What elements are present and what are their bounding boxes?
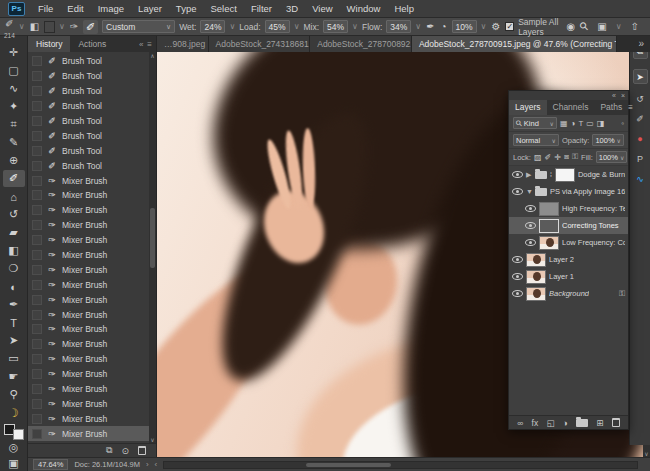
filter-toggle-icon[interactable]: ◦ xyxy=(621,119,624,128)
history-source-well[interactable] xyxy=(32,56,42,66)
panel-tab[interactable]: Channels xyxy=(547,100,595,115)
lock-pixels-icon[interactable]: ✐ xyxy=(545,153,552,162)
search-icon[interactable]: ⚲ xyxy=(577,19,592,34)
filter-shape-icon[interactable]: ▭ xyxy=(586,119,594,128)
pressure-size-icon[interactable]: ◉ xyxy=(566,19,577,35)
airbrush-icon[interactable]: ✒ xyxy=(425,19,435,35)
tool-button[interactable]: ✐ xyxy=(3,170,25,187)
tool-button[interactable]: ✎ xyxy=(3,134,25,151)
tool-button[interactable]: ✒ xyxy=(3,296,25,313)
brush-load-swatch[interactable] xyxy=(44,21,55,33)
menu-item[interactable]: Help xyxy=(387,0,421,18)
menu-item[interactable]: Select xyxy=(203,0,243,18)
share-icon[interactable]: ⇧ xyxy=(630,19,640,35)
panel-tab[interactable]: Paths xyxy=(594,100,628,115)
layer-row[interactable]: ▶ ▼ ⁞ Dodge & Burn ⚿ xyxy=(509,166,628,183)
document-tab[interactable]: …908.jpeg × xyxy=(157,36,209,52)
menu-item[interactable]: Filter xyxy=(244,0,279,18)
scroll-down-icon[interactable]: ∨ xyxy=(643,450,650,457)
history-state-row[interactable]: ✐ Brush Tool xyxy=(28,54,156,69)
delete-state-icon[interactable] xyxy=(138,446,146,455)
tab-actions[interactable]: Actions xyxy=(70,36,114,52)
filter-pixel-icon[interactable]: ▦ xyxy=(560,119,568,128)
visibility-eye-icon[interactable] xyxy=(512,256,523,263)
tool-button[interactable]: ☽ xyxy=(3,404,25,421)
layer-thumbnail[interactable] xyxy=(526,253,546,267)
chevron-down-icon[interactable]: ▼ xyxy=(526,188,532,195)
layer-thumbnail[interactable] xyxy=(526,270,546,284)
filter-kind-select[interactable]: ⚲ Kind ∨ xyxy=(513,117,557,129)
screen-mode-button[interactable]: ▣ xyxy=(3,456,25,471)
visibility-eye-icon[interactable] xyxy=(525,205,536,212)
history-state-row[interactable]: ✑ Mixer Brush xyxy=(28,322,156,337)
caret-down-icon[interactable]: ∨ xyxy=(19,22,25,31)
curves-panel-icon[interactable]: ∿ xyxy=(636,174,644,184)
caret-down-icon[interactable]: ∨ xyxy=(616,22,622,31)
history-source-well[interactable] xyxy=(32,280,42,290)
menu-item[interactable]: Image xyxy=(91,0,131,18)
menu-item[interactable]: 3D xyxy=(279,0,305,18)
panel-menu-icon[interactable]: ≡ xyxy=(628,100,637,115)
history-state-row[interactable]: ✑ Mixer Brush xyxy=(28,307,156,322)
new-snapshot-icon[interactable]: ⊙ xyxy=(121,446,129,456)
history-source-well[interactable] xyxy=(32,250,42,260)
history-state-row[interactable]: ✑ Mixer Brush xyxy=(28,188,156,203)
filter-adjustment-icon[interactable]: ◑ xyxy=(571,119,576,128)
brush-panel-icon[interactable]: ✐ xyxy=(636,114,644,124)
history-state-row[interactable]: ✑ Mixer Brush xyxy=(28,292,156,307)
caret-down-icon[interactable]: ∨ xyxy=(229,22,235,31)
history-source-well[interactable] xyxy=(32,339,42,349)
status-arrow-icon[interactable]: › xyxy=(146,460,149,469)
tab-overflow-icon[interactable]: » xyxy=(632,36,650,52)
tool-button[interactable]: ⌂ xyxy=(3,188,25,205)
layer-name[interactable]: PS via Apply Image 16-bit xyxy=(550,187,625,196)
history-state-row[interactable]: ✑ Mixer Brush xyxy=(28,382,156,397)
menu-item[interactable]: File xyxy=(31,0,60,18)
history-state-row[interactable]: ✐ Brush Tool xyxy=(28,69,156,84)
history-state-row[interactable]: ✑ Mixer Brush xyxy=(28,173,156,188)
tool-button[interactable]: ◐ xyxy=(3,278,25,295)
new-group-icon[interactable] xyxy=(576,419,588,427)
visibility-eye-icon[interactable] xyxy=(525,222,536,229)
document-tab[interactable]: AdobeStock_274318681.jpeg × xyxy=(209,36,311,52)
layer-name[interactable]: Correcting Tones xyxy=(562,221,619,230)
new-document-from-state-icon[interactable]: ⧉ xyxy=(106,445,112,456)
scrollbar-thumb[interactable] xyxy=(150,208,155,268)
visibility-eye-icon[interactable] xyxy=(512,290,523,297)
tool-button[interactable]: ◧ xyxy=(3,242,25,259)
mix-field[interactable]: 54% xyxy=(323,20,348,33)
zoom-level-field[interactable]: 47.64% xyxy=(33,459,68,470)
history-state-row[interactable]: ✐ Brush Tool xyxy=(28,99,156,114)
wet-field[interactable]: 24% xyxy=(200,20,225,33)
history-source-well[interactable] xyxy=(32,116,42,126)
history-source-well[interactable] xyxy=(32,146,42,156)
adjustment-layer-icon[interactable]: ◑ xyxy=(563,418,568,428)
visibility-eye-icon[interactable] xyxy=(525,239,536,246)
history-source-well[interactable] xyxy=(32,429,42,439)
scroll-up-icon[interactable]: ∧ xyxy=(149,52,156,59)
tool-button[interactable]: ⌗ xyxy=(3,116,25,133)
layer-name[interactable]: Background xyxy=(549,289,589,298)
history-source-well[interactable] xyxy=(32,176,42,186)
history-state-row[interactable]: ✑ Mixer Brush xyxy=(28,248,156,263)
history-state-row[interactable]: ✑ Mixer Brush xyxy=(28,411,156,426)
caret-down-icon[interactable]: ∨ xyxy=(294,22,300,31)
history-source-well[interactable] xyxy=(32,101,42,111)
history-source-well[interactable] xyxy=(32,310,42,320)
layer-thumbnail[interactable] xyxy=(526,287,546,301)
layer-row[interactable]: ▶ ▼ ⁞ Background ⚿ xyxy=(509,285,628,302)
history-state-row[interactable]: ✐ Brush Tool xyxy=(28,158,156,173)
layer-row[interactable]: ▶ ▼ ⁞ Layer 2 ⚿ xyxy=(509,251,628,268)
tool-button[interactable]: ▢ xyxy=(3,62,25,79)
menu-item[interactable]: View xyxy=(305,0,339,18)
history-state-row[interactable]: ✑ Mixer Brush xyxy=(28,367,156,382)
tool-button[interactable]: T xyxy=(3,314,25,331)
history-source-well[interactable] xyxy=(32,384,42,394)
properties-panel-icon[interactable]: P xyxy=(637,154,643,164)
chevron-right-icon[interactable]: ▶ xyxy=(526,171,532,179)
add-mask-icon[interactable]: ◱ xyxy=(546,418,554,428)
layer-row[interactable]: ▶ ▼ ⁞ Low Frequency: Colors... ⚿ xyxy=(509,234,628,251)
layer-row[interactable]: ▶ ▼ ⁞ Correcting Tones ⚿ xyxy=(509,217,628,234)
workspace-icon[interactable]: ▣ xyxy=(596,19,607,35)
history-source-well[interactable] xyxy=(32,205,42,215)
